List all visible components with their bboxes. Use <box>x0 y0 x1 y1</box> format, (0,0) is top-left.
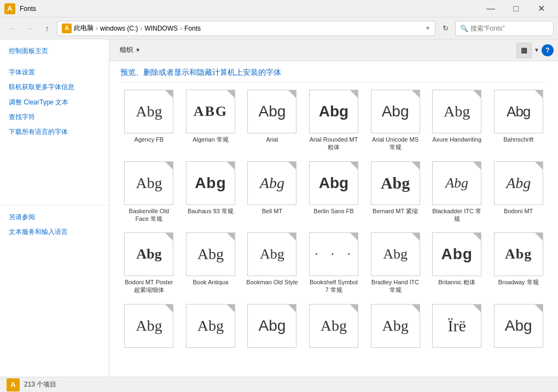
font-preview-text: Abg <box>383 247 408 261</box>
sidebar-item-font-settings[interactable]: 字体设置 <box>0 65 109 80</box>
forward-button[interactable]: → <box>22 21 37 36</box>
statusbar-icon: A <box>7 378 20 391</box>
font-item[interactable]: AbgBahnschrift <box>490 87 547 154</box>
search-box[interactable]: 🔍 <box>455 21 554 36</box>
back-button[interactable]: ← <box>4 21 20 36</box>
font-preview-text: Abg <box>260 247 284 261</box>
sidebar-item-cleartype[interactable]: 调整 ClearType 文本 <box>0 95 109 110</box>
font-icon: Abg <box>247 161 297 205</box>
font-icon: · · · <box>309 232 358 276</box>
font-item[interactable]: AbgBroadway 常规 <box>490 230 547 297</box>
path-drive: windows (C:) <box>100 25 138 32</box>
page-subtitle: 预览、删除或者显示和隐藏计算机上安装的字体 <box>120 68 547 83</box>
font-icon: Abg <box>186 304 235 348</box>
font-preview-text: · · · <box>313 249 354 259</box>
font-name-label: Broadway 常规 <box>498 278 539 286</box>
font-item[interactable]: Abg <box>490 301 547 353</box>
font-item[interactable]: AbgArial Unicode MS 常规 <box>367 87 424 154</box>
window-controls: — □ ✕ <box>478 0 554 17</box>
font-icon: Abg <box>124 161 173 205</box>
addressbar: ← → ↑ A 此电脑 › windows (C:) › WINDOWS › F… <box>0 17 558 39</box>
font-name-label: Arial <box>266 136 278 143</box>
font-icon: Abg <box>494 161 543 205</box>
font-preview-text: Abg <box>506 175 531 191</box>
font-preview-text: Abg <box>260 175 284 191</box>
font-item[interactable]: AbgAgency FB <box>120 87 178 154</box>
organize-button[interactable]: 组织 ▼ <box>114 43 147 58</box>
font-item[interactable]: Abg <box>367 301 424 353</box>
font-icon: Abg <box>494 304 543 348</box>
font-item[interactable]: AbgBookman Old Style <box>243 230 301 297</box>
font-preview-text: Abg <box>319 104 348 119</box>
font-icon: Abg <box>371 232 420 276</box>
sidebar-item-home[interactable]: 控制面板主页 <box>0 44 109 58</box>
font-item[interactable]: AbgBook Antiqua <box>182 230 240 297</box>
font-item[interactable]: AbgBodoni MT <box>490 159 547 226</box>
sidebar-item-find-char[interactable]: 查找字符 <box>0 110 109 125</box>
font-preview-text: Abg <box>381 175 410 191</box>
font-item[interactable]: AbgBlackadder ITC 常规 <box>428 159 486 226</box>
toolbar: 组织 ▼ ▦ ▼ ? <box>109 39 558 61</box>
help-button[interactable]: ? <box>542 44 554 56</box>
font-item[interactable]: AbgArial <box>243 87 301 154</box>
address-box[interactable]: A 此电脑 › windows (C:) › WINDOWS › Fonts ▼ <box>57 21 435 36</box>
font-icon: Abg <box>494 232 543 276</box>
font-item[interactable]: AbgBerlin Sans FB <box>305 159 363 226</box>
font-item[interactable]: AbgBaskerville Old Face 常规 <box>120 159 178 226</box>
path-windows: WINDOWS <box>144 25 178 32</box>
sidebar-item-download-langs[interactable]: 下载所有语言的字体 <box>0 125 109 139</box>
view-button[interactable]: ▦ <box>516 43 532 58</box>
font-item[interactable]: Ïrë <box>428 301 486 353</box>
font-name-label: Bernard MT 紧缩 <box>373 207 418 215</box>
up-button[interactable]: ↑ <box>39 21 55 36</box>
font-preview-text: Abg <box>195 175 226 191</box>
search-input[interactable] <box>470 25 549 32</box>
font-item[interactable]: AbgBernard MT 紧缩 <box>367 159 424 226</box>
font-icon: Abg <box>247 90 297 133</box>
font-preview-text: Abg <box>382 318 408 334</box>
view-chevron-icon[interactable]: ▼ <box>534 47 539 53</box>
sidebar-item-text-services[interactable]: 文本服务和输入语言 <box>0 225 109 239</box>
font-item[interactable]: Abg <box>243 301 301 353</box>
font-item[interactable]: ABGAlgerian 常规 <box>182 87 240 154</box>
font-item[interactable]: AbgArial Rounded MT 粗体 <box>305 87 363 154</box>
font-item[interactable]: AbgBradley Hand ITC 常规 <box>367 230 424 297</box>
close-button[interactable]: ✕ <box>528 0 554 17</box>
font-name-label: Bauhaus 93 常规 <box>188 207 234 215</box>
font-icon: Abg <box>186 232 235 276</box>
font-item[interactable]: AbgAxure Handwriting <box>428 87 486 154</box>
font-icon: Abg <box>371 161 420 205</box>
font-icon: Abg <box>309 90 358 133</box>
sidebar-item-see-also[interactable]: 另请参阅 <box>0 210 109 225</box>
font-name-label: Bookshelf Symbol 7 常规 <box>308 278 360 294</box>
address-dropdown-icon[interactable]: ▼ <box>425 25 431 31</box>
font-preview-text: Abg <box>321 318 347 334</box>
font-icon: Ïrë <box>432 304 481 348</box>
refresh-button[interactable]: ↻ <box>438 21 453 36</box>
search-icon: 🔍 <box>460 25 468 32</box>
minimize-button[interactable]: — <box>478 0 503 17</box>
font-name-label: Bahnschrift <box>503 136 533 143</box>
font-preview-text: Abg <box>445 176 468 190</box>
font-item[interactable]: AbgBell MT <box>243 159 301 226</box>
font-preview-text: ABG <box>194 104 228 119</box>
font-item[interactable]: Abg <box>120 301 178 353</box>
font-preview-text: Abg <box>259 318 286 334</box>
path-fonts: Fonts <box>184 25 201 32</box>
font-preview-text: Abg <box>197 318 224 334</box>
font-grid-container[interactable]: AbgAgency FBABGAlgerian 常规AbgArialAbgAri… <box>109 87 558 377</box>
font-icon: Abg <box>247 304 297 348</box>
sidebar-item-online-fonts[interactable]: 联机获取更多字体信息 <box>0 80 109 95</box>
font-icon: Abg <box>309 304 358 348</box>
font-item[interactable]: AbgBritannic 粗体 <box>428 230 486 297</box>
font-preview-text: Ïrë <box>447 318 466 334</box>
font-item[interactable]: AbgBauhaus 93 常规 <box>182 159 240 226</box>
maximize-button[interactable]: □ <box>503 0 528 17</box>
font-item[interactable]: · · ·Bookshelf Symbol 7 常规 <box>305 230 363 297</box>
titlebar: A Fonts — □ ✕ <box>0 0 558 17</box>
font-item[interactable]: AbgBodoni MT Poster 超紧缩细体 <box>120 230 178 297</box>
font-item[interactable]: Abg <box>182 301 240 353</box>
font-icon: Abg <box>309 161 358 205</box>
font-icon: Abg <box>124 232 173 276</box>
font-item[interactable]: Abg <box>305 301 363 353</box>
